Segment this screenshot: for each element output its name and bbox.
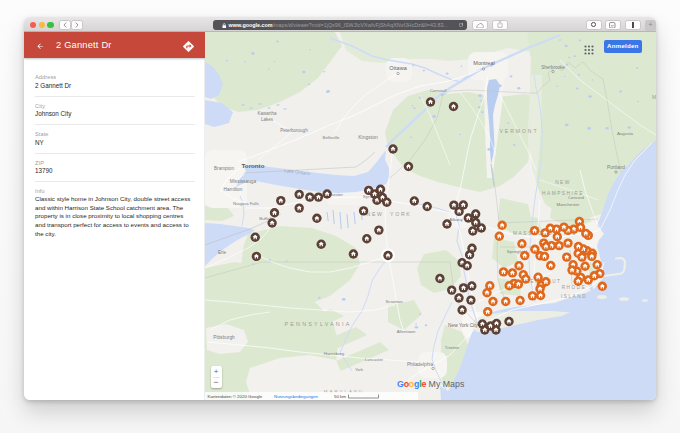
svg-text:Toronto: Toronto (242, 162, 265, 169)
svg-text:Lakes: Lakes (261, 117, 274, 122)
svg-text:York: York (355, 367, 364, 372)
svg-text:Portland: Portland (607, 165, 625, 170)
svg-text:Pittsburgh: Pittsburgh (213, 335, 235, 340)
svg-text:Belleville: Belleville (323, 135, 341, 140)
svg-text:New York City: New York City (448, 323, 478, 328)
svg-text:Harrisburg: Harrisburg (324, 351, 345, 356)
svg-text:Montreal: Montreal (473, 60, 494, 66)
svg-text:ISLAND: ISLAND (561, 294, 587, 299)
svg-text:Cornwall: Cornwall (430, 88, 447, 93)
svg-text:Niagara Falls: Niagara Falls (233, 201, 260, 206)
svg-text:Concord: Concord (568, 195, 584, 200)
svg-text:Kawartha: Kawartha (257, 111, 277, 116)
svg-text:NEW: NEW (555, 180, 571, 185)
svg-text:Kingston: Kingston (358, 134, 378, 140)
svg-text:Augusta: Augusta (617, 131, 634, 136)
svg-text:Mississauga: Mississauga (230, 179, 257, 184)
svg-text:Albany: Albany (449, 217, 463, 222)
svg-text:Ottawa: Ottawa (389, 65, 407, 71)
svg-text:Hamilton: Hamilton (224, 187, 243, 192)
svg-text:Brampton: Brampton (214, 166, 234, 171)
svg-text:PENNSYLVANIA: PENNSYLVANIA (285, 321, 352, 327)
svg-text:NEW YORK: NEW YORK (367, 211, 412, 217)
svg-text:Sherbrooke: Sherbrooke (541, 65, 565, 70)
svg-text:Allentown: Allentown (397, 329, 416, 334)
svg-text:Scranton: Scranton (385, 299, 403, 304)
svg-text:VERMONT: VERMONT (500, 128, 539, 134)
svg-text:Philadelphia: Philadelphia (407, 362, 433, 367)
svg-text:RHODE: RHODE (562, 285, 587, 290)
svg-text:MAINE: MAINE (652, 94, 656, 100)
svg-text:Erie: Erie (218, 250, 227, 255)
svg-text:Peterborough: Peterborough (280, 128, 308, 133)
svg-text:Lancaster: Lancaster (365, 357, 384, 362)
svg-text:Trenton: Trenton (445, 345, 460, 350)
svg-text:Manchester: Manchester (557, 202, 580, 207)
